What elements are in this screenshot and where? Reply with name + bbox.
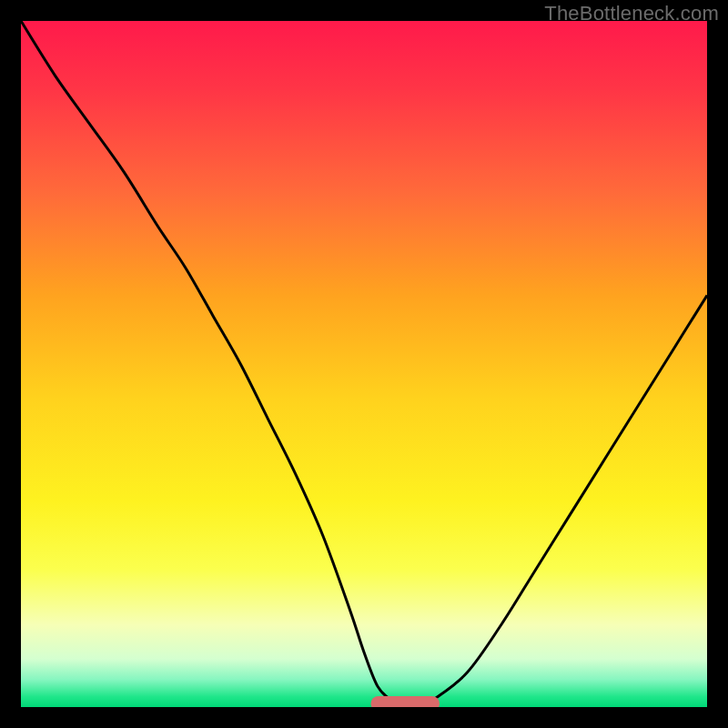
chart-frame: TheBottleneck.com xyxy=(0,0,728,728)
optimal-range-marker xyxy=(371,696,440,707)
bottleneck-chart xyxy=(21,21,707,707)
gradient-background xyxy=(21,21,707,707)
plot-area xyxy=(21,21,707,707)
